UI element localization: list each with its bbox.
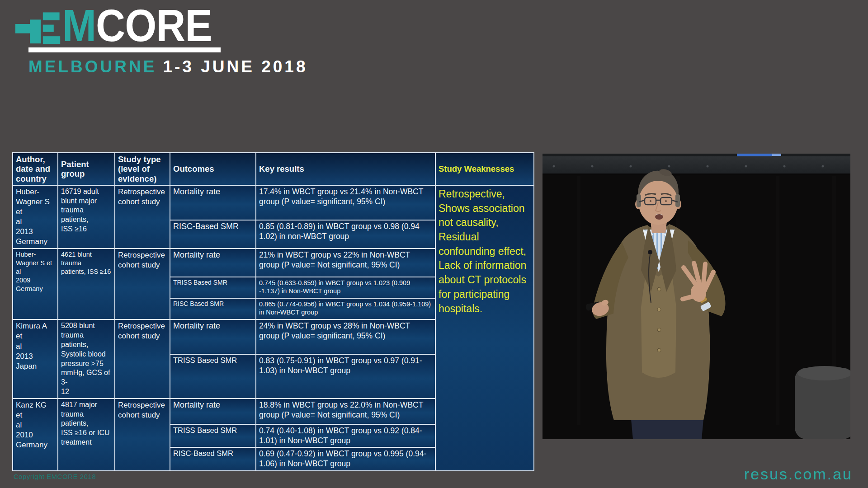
- event-city: MELBOURNE: [28, 57, 156, 76]
- screen-edge-glow: [737, 154, 772, 156]
- author-cell: Huber- Wagner S et al 2013 Germany: [13, 185, 58, 249]
- study-type-cell: Retrospective cohort study: [115, 399, 170, 471]
- presenter-mouth: [655, 214, 663, 220]
- outcome-cell: RISC-Based SMR: [170, 220, 256, 249]
- result-cell: 0.83 (0.75-0.91) in WBCT group vs 0.97 (…: [256, 354, 435, 399]
- author-cell: Huber- Wagner S et al 2009 Germany: [13, 249, 58, 319]
- header-key-results: Key results: [256, 153, 435, 185]
- study-type-cell: Retrospective cohort study: [115, 185, 170, 249]
- result-cell: 0.865 (0.774-0.956) in WBCT group vs 1.0…: [256, 298, 435, 319]
- weaknesses-cell: Retrospective, Shows association not cau…: [435, 185, 534, 471]
- logo-text-core: CORE: [96, 0, 212, 51]
- result-cell: 24% in WBCT group vs 28% in Non-WBCT gro…: [256, 319, 435, 354]
- outcome-cell: Mortality rate: [170, 319, 256, 354]
- website-text: resus.com.au: [744, 465, 853, 483]
- header-patient-group: Patient group: [58, 153, 115, 185]
- header-study-type: Study type (level of evidence): [115, 153, 170, 185]
- author-cell: Kimura A et al 2013 Japan: [13, 319, 58, 398]
- outcome-cell: Mortality rate: [170, 399, 256, 424]
- result-cell: 0.74 (0.40-1.08) in WBCT group vs 0.92 (…: [256, 424, 435, 448]
- result-cell: 0.85 (0.81-0.89) in WBCT group vs 0.98 (…: [256, 220, 435, 249]
- header-author: Author, date and country: [13, 153, 58, 185]
- speaker-video: [542, 154, 850, 439]
- copyright-text: Copyright EMCORE 2018: [14, 473, 96, 480]
- result-cell: 21% in WBCT group vs 22% in Non-WBCT gro…: [256, 249, 435, 277]
- outcome-cell: TRISS Based SMR: [170, 424, 256, 448]
- header-outcomes: Outcomes: [170, 153, 256, 185]
- logo-underline: [28, 47, 221, 52]
- logo-text-em: M: [62, 0, 96, 51]
- table-row: Huber- Wagner S et al 2013 Germany 16719…: [13, 185, 534, 220]
- event-dates: 1-3 JUNE 2018: [163, 57, 307, 76]
- slide-background: MCORE MELBOURNE1-3 JUNE 2018 Author, dat…: [0, 0, 868, 488]
- lapel-mic-icon: [648, 250, 652, 254]
- patient-group-cell: 4817 major trauma patients, ISS ≥16 or I…: [58, 399, 115, 471]
- outcome-cell: TRISS Based SMR: [170, 354, 256, 399]
- patient-group-cell: 5208 blunt trauma patients, Systolic blo…: [58, 319, 115, 398]
- outcome-cell: TRISS Based SMR: [170, 277, 256, 298]
- emcore-logo: MCORE: [15, 5, 228, 48]
- result-cell: 0.69 (0.47-0.92) in WBCT group vs 0.995 …: [256, 447, 435, 471]
- author-cell: Kanz KG et al 2010 Germany: [13, 399, 58, 471]
- outcome-cell: Mortality rate: [170, 185, 256, 220]
- emcore-cross-icon: [15, 7, 62, 48]
- stage-valance: [542, 156, 850, 175]
- header-study-weaknesses: Study Weaknesses: [435, 153, 534, 185]
- event-subtitle: MELBOURNE1-3 JUNE 2018: [28, 57, 308, 76]
- patient-group-cell: 16719 adult blunt major trauma patients,…: [58, 185, 115, 249]
- study-type-cell: Retrospective cohort study: [115, 249, 170, 319]
- outcome-cell: RISC Based SMR: [170, 298, 256, 319]
- study-type-cell: Retrospective cohort study: [115, 319, 170, 398]
- table-header-row: Author, date and country Patient group S…: [13, 153, 534, 185]
- logo-text: MCORE: [62, 5, 212, 46]
- stage-chair: [795, 366, 850, 439]
- patient-group-cell: 4621 blunt trauma patients, ISS ≥16: [58, 249, 115, 319]
- studies-table: Author, date and country Patient group S…: [12, 152, 534, 471]
- outcome-cell: RISC-Based SMR: [170, 447, 256, 471]
- outcome-cell: Mortality rate: [170, 249, 256, 277]
- result-cell: 18.8% in WBCT group vs 22.0% in Non-WBCT…: [256, 399, 435, 424]
- result-cell: 17.4% in WBCT group vs 21.4% in Non-WBCT…: [256, 185, 435, 220]
- presenter-vest: [641, 267, 676, 378]
- result-cell: 0.745 (0.633-0.859) in WBCT group vs 1.0…: [256, 277, 435, 298]
- presenter-trousers: [631, 419, 703, 439]
- speaker-video-frame: [542, 154, 850, 439]
